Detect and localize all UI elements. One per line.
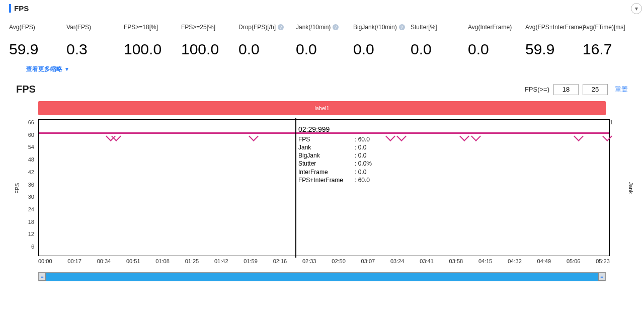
- section-dropdown[interactable]: ▾: [631, 3, 642, 14]
- tooltip-key: FPS: [298, 135, 355, 143]
- tooltip-time: 02:29:999: [298, 125, 372, 134]
- y-left-tick: 6: [14, 244, 34, 250]
- metric-label: Avg(FPS): [9, 24, 35, 31]
- chart-title: FPS: [16, 84, 36, 95]
- more-metrics-label: 查看更多缩略: [26, 65, 62, 73]
- metric-label: Avg(InterFrame): [468, 24, 512, 31]
- tooltip-key: InterFrame: [298, 168, 355, 176]
- y-right-tick: 1: [610, 119, 630, 125]
- metric-value: 0.0: [468, 41, 489, 58]
- x-ticks: 00:0000:1700:3400:5101:0801:2501:4201:59…: [38, 258, 610, 268]
- tooltip-row: Jank: 0.0: [298, 143, 372, 151]
- x-tick: 01:25: [185, 258, 199, 268]
- metric-8: Avg(InterFrame)0.0: [468, 24, 520, 58]
- metric-label: Stutter[%]: [411, 24, 437, 31]
- x-tick: 03:58: [449, 258, 463, 268]
- x-tick: 03:41: [420, 258, 434, 268]
- metrics-row: Avg(FPS)59.9Var(FPS)0.3FPS>=18[%]100.0FP…: [0, 15, 644, 58]
- x-tick: 05:23: [596, 258, 610, 268]
- metric-label: Drop(FPS)[/h]?: [238, 24, 284, 31]
- metric-0: Avg(FPS)59.9: [9, 24, 61, 58]
- chart-cursor-line[interactable]: [295, 118, 296, 258]
- tooltip-row: FPS: 60.0: [298, 135, 372, 143]
- metric-label: Var(FPS): [66, 24, 91, 31]
- y-left-tick: 60: [14, 132, 34, 138]
- section-title: FPS: [9, 4, 29, 13]
- metric-value: 0.0: [411, 41, 432, 58]
- chevron-down-icon: ▾: [635, 5, 638, 12]
- metric-value: 100.0: [124, 41, 162, 58]
- tooltip-row: Stutter: 0.0%: [298, 160, 372, 168]
- x-tick: 02:33: [302, 258, 316, 268]
- metric-2: FPS>=18[%]100.0: [124, 24, 176, 58]
- x-tick: 04:15: [478, 258, 493, 268]
- tooltip-row: FPS+InterFrame: 60.0: [298, 176, 372, 184]
- threshold-a-input[interactable]: [553, 84, 579, 95]
- metric-6: BigJank(/10min)?0.0: [353, 24, 406, 58]
- metric-value: 0.0: [353, 41, 374, 58]
- y-left-tick: 12: [14, 231, 34, 237]
- y-left-ticks: 666054484236302418126: [14, 119, 36, 256]
- reset-thresholds[interactable]: 重置: [615, 85, 628, 94]
- metric-value: 59.9: [525, 41, 554, 58]
- tooltip-key: BigJank: [298, 151, 355, 160]
- x-tick: 02:50: [332, 258, 346, 268]
- metric-label: FPS>=18[%]: [124, 24, 158, 31]
- metric-label: BigJank(/10min)?: [353, 24, 405, 31]
- metric-value: 0.3: [66, 41, 88, 58]
- chart-banner: label1: [38, 101, 606, 115]
- x-tick: 03:24: [390, 258, 405, 268]
- metric-9: Avg(FPS+InterFrame)59.9: [525, 24, 578, 58]
- y-left-tick: 36: [14, 182, 34, 188]
- timeline-scrubber[interactable]: ≡ ≡: [38, 272, 606, 281]
- threshold-label: FPS(>=): [525, 86, 549, 93]
- x-tick: 00:00: [38, 258, 52, 268]
- help-icon[interactable]: ?: [278, 24, 284, 30]
- x-tick: 05:06: [567, 258, 581, 268]
- metric-4: Drop(FPS)[/h]?0.0: [238, 24, 291, 58]
- metric-1: Var(FPS)0.3: [66, 24, 119, 58]
- tooltip-key: FPS+InterFrame: [298, 176, 355, 184]
- tooltip-val: : 60.0: [355, 176, 370, 184]
- x-tick: 01:08: [155, 258, 170, 268]
- tooltip-val: : 0.0: [355, 151, 366, 160]
- more-metrics-link[interactable]: 查看更多缩略 ▼: [26, 65, 69, 73]
- x-tick: 04:32: [508, 258, 522, 268]
- x-tick: 01:42: [214, 258, 228, 268]
- metric-value: 0.0: [296, 41, 317, 58]
- chart-tooltip: 02:29:999 FPS: 60.0Jank: 0.0BigJank: 0.0…: [298, 125, 372, 184]
- timeline-range[interactable]: [46, 273, 598, 281]
- plot-area[interactable]: 02:29:999 FPS: 60.0Jank: 0.0BigJank: 0.0…: [38, 119, 610, 256]
- tooltip-key: Jank: [298, 143, 355, 151]
- chart-area[interactable]: FPS Jank 666054484236302418126 1 02:29:9…: [14, 119, 630, 268]
- y-right-ticks: 1: [608, 119, 630, 256]
- x-tick: 03:07: [361, 258, 375, 268]
- metric-value: 100.0: [181, 41, 219, 58]
- metric-label: FPS>=25[%]: [181, 24, 215, 31]
- tooltip-row: BigJank: 0.0: [298, 151, 372, 160]
- metric-7: Stutter[%]0.0: [411, 24, 463, 58]
- metric-value: 59.9: [9, 41, 38, 58]
- chevron-down-icon: ▼: [64, 66, 69, 72]
- y-left-tick: 18: [14, 219, 34, 225]
- chart-banner-label: label1: [314, 105, 329, 111]
- metric-value: 0.0: [238, 41, 260, 58]
- timeline-handle-left[interactable]: ≡: [39, 273, 46, 281]
- metric-3: FPS>=25[%]100.0: [181, 24, 233, 58]
- y-left-tick: 48: [14, 156, 34, 163]
- x-tick: 00:34: [97, 258, 111, 268]
- help-icon[interactable]: ?: [399, 24, 405, 30]
- x-tick: 02:16: [273, 258, 287, 268]
- timeline-handle-right[interactable]: ≡: [598, 273, 605, 281]
- x-tick: 00:51: [126, 258, 140, 268]
- threshold-b-input[interactable]: [583, 84, 608, 95]
- threshold-controls: FPS(>=) 重置: [525, 84, 628, 95]
- tooltip-val: : 0.0: [355, 143, 366, 151]
- tooltip-val: : 0.0%: [355, 160, 372, 168]
- y-left-tick: 30: [14, 194, 34, 200]
- help-icon[interactable]: ?: [333, 24, 339, 30]
- x-tick: 04:49: [537, 258, 551, 268]
- metric-value: 16.7: [583, 41, 612, 58]
- tooltip-row: InterFrame: 0.0: [298, 168, 372, 176]
- tooltip-val: : 60.0: [355, 135, 370, 143]
